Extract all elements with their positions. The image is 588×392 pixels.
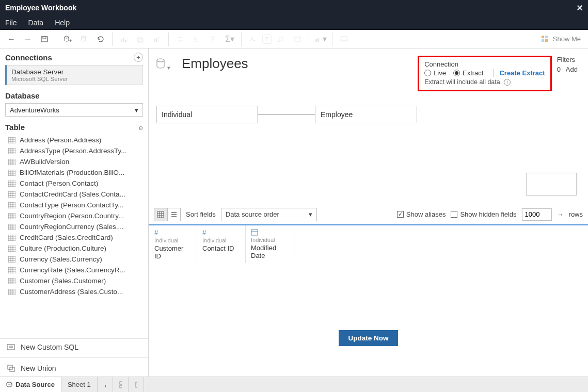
svg-rect-7 [125, 40, 126, 42]
menu-data[interactable]: Data [28, 19, 44, 27]
svg-rect-24 [8, 170, 15, 176]
update-now-button[interactable]: Update Now [339, 330, 398, 346]
menu-file[interactable]: File [5, 19, 17, 27]
create-extract-link[interactable]: Create Extract [494, 69, 545, 77]
back-icon[interactable]: ← [4, 32, 19, 46]
show-aliases-checkbox[interactable]: ✓Show aliases [397, 210, 446, 218]
svg-rect-9 [139, 39, 143, 43]
grid-column[interactable]: IndividualModified Date [246, 225, 294, 263]
table-item[interactable]: AWBuildVersion [0, 156, 148, 167]
union-icon [7, 365, 15, 372]
new-worksheet-icon [117, 32, 131, 46]
svg-rect-31 [8, 246, 15, 252]
svg-rect-17 [542, 36, 544, 38]
connection-panel: Connection Live Extract Create Extract E… [418, 56, 551, 91]
table-item[interactable]: CreditCard (Sales.CreditCard) [0, 232, 148, 243]
database-label: Database [5, 91, 40, 100]
new-custom-sql[interactable]: New Custom SQL [0, 339, 148, 355]
svg-rect-27 [8, 202, 15, 208]
svg-rect-15 [317, 38, 319, 42]
chevron-down-icon: ▾ [309, 210, 312, 218]
svg-rect-32 [8, 256, 15, 263]
svg-rect-28 [8, 213, 15, 219]
table-item[interactable]: CountryRegion (Person.Country... [0, 210, 148, 221]
close-icon[interactable]: × [577, 2, 583, 14]
table-item[interactable]: ContactType (Person.ContactTy... [0, 200, 148, 210]
svg-rect-49 [120, 385, 122, 388]
grid-column[interactable]: #IndividualContact ID [197, 225, 246, 263]
tab-sheet1[interactable]: Sheet 1 [61, 377, 98, 392]
table-item[interactable]: Culture (Production.Culture) [0, 243, 148, 254]
sql-icon [7, 344, 15, 351]
main-area: ▾ Employees Connection Live Extract Crea… [149, 48, 588, 377]
svg-rect-41 [251, 230, 258, 235]
svg-point-4 [82, 36, 86, 38]
database-select[interactable]: AdventureWorks ▾ [5, 103, 143, 117]
table-item[interactable]: AddressType (Person.AddressTy... [0, 145, 148, 156]
show-hidden-checkbox[interactable]: Show hidden fields [451, 210, 516, 218]
show-me-button[interactable]: Show Me [541, 35, 584, 44]
new-worksheet-tab-icon[interactable]: + [98, 377, 113, 392]
svg-rect-26 [8, 191, 15, 198]
table-item[interactable]: Address (Person.Address) [0, 135, 148, 145]
new-datasource-icon[interactable]: + [60, 32, 75, 46]
new-story-tab-icon[interactable]: + [129, 377, 144, 392]
radio-extract[interactable]: Extract [453, 69, 483, 77]
bottom-tabs: Data Source Sheet 1 + + + [0, 377, 588, 392]
table-individual[interactable]: Individual [156, 106, 258, 123]
pause-updates-icon [77, 32, 91, 46]
rows-input[interactable] [522, 208, 552, 221]
data-grid-body: Update Now [149, 263, 588, 377]
add-connection-icon[interactable]: + [134, 53, 143, 62]
table-item[interactable]: ContactCreditCard (Sales.Conta... [0, 189, 148, 200]
list-view-icon[interactable] [167, 208, 181, 221]
table-item[interactable]: Contact (Person.Contact) [0, 178, 148, 189]
grid-view-icon[interactable] [154, 208, 167, 221]
filters-label: Filters [557, 56, 578, 63]
svg-point-39 [157, 59, 164, 62]
menu-bar: File Data Help [0, 15, 588, 30]
table-item[interactable]: BillOfMaterials (Production.BillO... [0, 167, 148, 178]
new-union[interactable]: New Union [0, 360, 148, 377]
svg-rect-33 [8, 267, 15, 273]
table-item[interactable]: Currency (Sales.Currency) [0, 254, 148, 265]
svg-rect-22 [8, 148, 15, 154]
grid-column[interactable]: #IndividualCustomer ID [149, 225, 197, 263]
join-canvas[interactable]: Individual Employee [149, 95, 588, 204]
search-icon[interactable]: ⌕ [139, 123, 143, 131]
sidebar: Connections + Database Server Microsoft … [0, 48, 149, 377]
filters-add[interactable]: Add [566, 66, 578, 73]
new-dashboard-tab-icon[interactable]: + [113, 377, 129, 392]
connection-item[interactable]: Database Server Microsoft SQL Server [5, 65, 143, 85]
filters-panel: Filters 0 Add [557, 56, 578, 73]
svg-text:×: × [158, 35, 161, 40]
table-item[interactable]: CurrencyRate (Sales.CurrencyR... [0, 265, 148, 275]
presentation-icon [337, 32, 351, 46]
sort-select[interactable]: Data source order ▾ [221, 208, 317, 221]
datasource-name[interactable]: Employees [182, 56, 248, 72]
tab-data-source[interactable]: Data Source [0, 377, 61, 392]
svg-rect-40 [157, 211, 164, 218]
svg-rect-29 [8, 224, 15, 230]
connection-name: Database Server [11, 68, 138, 76]
radio-live[interactable]: Live [424, 69, 446, 77]
chart-type-icon: ▾ [313, 32, 328, 46]
svg-rect-11 [156, 38, 157, 42]
save-icon[interactable] [37, 32, 52, 46]
menu-help[interactable]: Help [55, 19, 70, 27]
svg-rect-0 [41, 37, 47, 42]
table-item[interactable]: CountryRegionCurrency (Sales.... [0, 221, 148, 232]
floating-panel[interactable] [526, 173, 577, 195]
table-employee[interactable]: Employee [315, 106, 417, 123]
info-icon[interactable]: i [504, 79, 511, 86]
dropdown-caret-icon[interactable]: ▾ [167, 64, 170, 71]
refresh-icon[interactable] [93, 32, 108, 46]
svg-rect-10 [154, 39, 155, 42]
svg-rect-43 [105, 385, 106, 387]
app-title: Employee Workbook [5, 4, 76, 12]
arrow-right-icon[interactable]: → [557, 210, 564, 218]
svg-rect-5 [121, 39, 122, 42]
text-icon: T [262, 35, 272, 44]
table-item[interactable]: Customer (Sales.Customer) [0, 275, 148, 286]
table-item[interactable]: CustomerAddress (Sales.Custo... [0, 286, 148, 297]
